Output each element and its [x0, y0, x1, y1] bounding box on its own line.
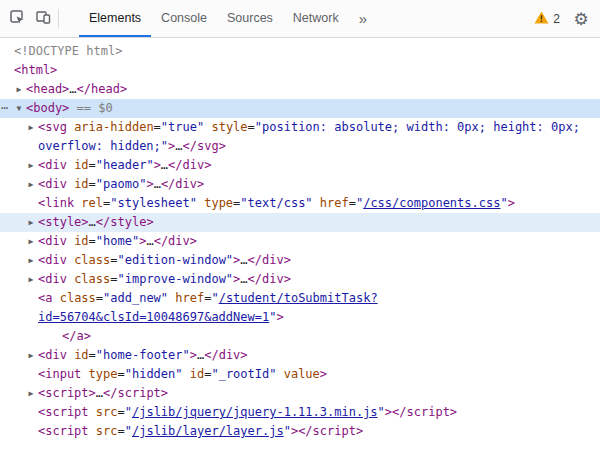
code-attr: href: [313, 196, 349, 210]
code-attr: id: [67, 348, 89, 362]
code-val: "stylesheet": [110, 196, 197, 210]
code-tag: >: [146, 177, 153, 191]
code-attr: class: [67, 272, 110, 286]
code-gray: <!DOCTYPE html>: [14, 44, 122, 58]
tree-row[interactable]: ▶<div class="edition-window">…</div>: [0, 251, 600, 270]
code-attr: id: [183, 367, 205, 381]
code-tag: <script: [38, 424, 89, 438]
tree-row[interactable]: ▶<style>…</style>: [0, 213, 600, 232]
code-plain: …: [96, 386, 103, 400]
code-tag: </div>: [161, 177, 204, 191]
tree-row[interactable]: <!DOCTYPE html>: [0, 42, 600, 61]
devtools-window: ElementsConsoleSourcesNetwork » 2 ⚙ <!DO…: [0, 0, 600, 450]
expand-arrow-icon[interactable]: ▶: [25, 118, 37, 137]
code-attr: style: [204, 120, 247, 134]
tree-row[interactable]: <script src="/jslib/layer/layer.js"></sc…: [0, 422, 600, 441]
code-val: ": [125, 424, 132, 438]
code-plain: =: [89, 158, 96, 172]
tree-row[interactable]: ▶<div class="improve-window">…</div>: [0, 270, 600, 289]
expand-arrow-icon[interactable]: ▶: [25, 251, 37, 270]
expand-arrow-icon[interactable]: ▶: [25, 346, 37, 365]
tab-console[interactable]: Console: [151, 0, 217, 37]
code-attr: value: [276, 367, 319, 381]
tree-row[interactable]: <link rel="stylesheet" type="text/css" h…: [0, 194, 600, 213]
code-tag: <script>: [38, 386, 96, 400]
expand-arrow-icon[interactable]: ▶: [13, 80, 25, 99]
tree-row[interactable]: ▶<script>…</script>: [0, 384, 600, 403]
tree-row[interactable]: <a class="add_new" href="/student/toSubm…: [0, 289, 600, 327]
code-plain: …: [240, 253, 247, 267]
code-attr: id: [67, 234, 89, 248]
tree-row[interactable]: ▶<div id="home">…</div>: [0, 232, 600, 251]
code-tag: <script: [38, 405, 89, 419]
tree-row[interactable]: ▶<svg aria-hidden="true" style="position…: [0, 118, 600, 156]
tree-row[interactable]: ▶<div id="paomo">…</div>: [0, 175, 600, 194]
code-plain: =: [117, 424, 124, 438]
resource-link[interactable]: /jslib/jquery/jquery-1.11.3.min.js: [132, 405, 378, 419]
resource-link[interactable]: /jslib/layer/layer.js: [132, 424, 284, 438]
code-val: "hidden": [125, 367, 183, 381]
inspect-cursor-icon: [9, 9, 25, 29]
tree-row[interactable]: ⋯▼<body> == $0: [0, 99, 600, 118]
expand-arrow-icon[interactable]: ▶: [25, 270, 37, 289]
device-toolbar-button[interactable]: [30, 0, 56, 37]
tree-row[interactable]: </a>: [0, 327, 600, 346]
code-val: "home-footer": [96, 348, 190, 362]
resource-link[interactable]: /css/components.css: [363, 196, 500, 210]
expand-arrow-icon[interactable]: ▶: [25, 213, 37, 232]
code-tag: <a: [38, 291, 52, 305]
code-plain: …: [146, 234, 153, 248]
tab-sources[interactable]: Sources: [217, 0, 283, 37]
code-plain: …: [161, 158, 168, 172]
tab-network[interactable]: Network: [283, 0, 349, 37]
toolbar-spacer: [377, 0, 526, 37]
code-attr: id: [67, 158, 89, 172]
code-tag: </div>: [248, 272, 291, 286]
tree-row[interactable]: <html>: [0, 61, 600, 80]
code-val: "header": [96, 158, 154, 172]
expand-arrow-icon[interactable]: ▶: [25, 232, 37, 251]
tab-elements[interactable]: Elements: [79, 0, 151, 37]
code-tag: <html>: [14, 63, 57, 77]
code-val: ": [125, 405, 132, 419]
code-plain: =: [248, 120, 255, 134]
code-tag: </svg>: [183, 139, 226, 153]
tree-row[interactable]: ▶<div id="home-footer">…</div>: [0, 346, 600, 365]
tree-row[interactable]: ▶<div id="header">…</div>: [0, 156, 600, 175]
code-val: ": [500, 196, 507, 210]
code-tag: </div>: [204, 348, 247, 362]
code-tag: >: [320, 367, 327, 381]
inspect-element-button[interactable]: [4, 0, 30, 37]
collapse-arrow-icon[interactable]: ▼: [13, 99, 25, 118]
code-val: "home": [96, 234, 139, 248]
settings-button[interactable]: ⚙: [568, 0, 594, 37]
code-attr: href: [168, 291, 204, 305]
code-tag: <body>: [26, 101, 69, 115]
code-attr: class: [52, 291, 95, 305]
tree-row[interactable]: ▶<head>…</head>: [0, 80, 600, 99]
code-val: "edition-window": [118, 253, 234, 267]
expand-arrow-icon[interactable]: ▶: [25, 384, 37, 403]
warning-icon: [534, 10, 549, 28]
more-tabs-button[interactable]: »: [349, 0, 377, 37]
code-tag: ></script>: [385, 405, 457, 419]
issues-button[interactable]: 2: [526, 0, 568, 37]
panel-tabs: ElementsConsoleSourcesNetwork: [79, 0, 349, 37]
code-attr: rel: [74, 196, 103, 210]
expand-arrow-icon[interactable]: ▶: [25, 175, 37, 194]
tree-row[interactable]: <input type="hidden" id="_rootId" value>: [0, 365, 600, 384]
expand-arrow-icon[interactable]: ▶: [25, 156, 37, 175]
code-plain: =: [96, 291, 103, 305]
row-overflow-menu-icon[interactable]: ⋯: [1, 99, 8, 118]
code-tag: </head>: [77, 82, 128, 96]
code-tag: ></script>: [291, 424, 363, 438]
code-val: "add_new": [103, 291, 168, 305]
warning-count: 2: [553, 12, 560, 26]
tree-row[interactable]: <script src="/jslib/jquery/jquery-1.11.3…: [0, 403, 600, 422]
code-tag: >: [276, 310, 283, 324]
code-attr: id: [67, 177, 89, 191]
code-tag: <div: [38, 348, 67, 362]
gear-icon: ⚙: [573, 9, 588, 29]
code-plain: =: [117, 405, 124, 419]
code-plain: …: [89, 215, 96, 229]
